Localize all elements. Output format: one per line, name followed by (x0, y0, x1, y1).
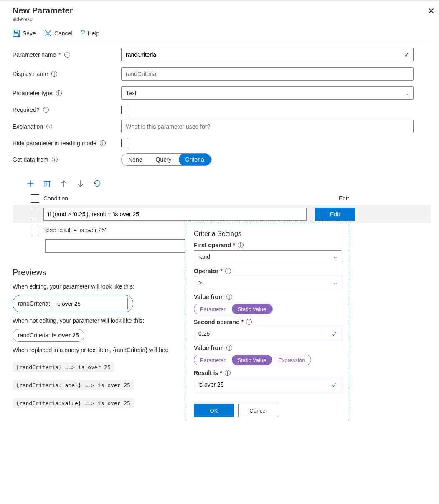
info-icon[interactable]: i (225, 268, 231, 274)
svg-rect-2 (14, 34, 18, 37)
info-icon[interactable]: i (226, 294, 232, 300)
required-checkbox[interactable] (121, 106, 129, 114)
second-operand-label: Second operand*i (194, 319, 341, 325)
preview-pill-static: randCriteria: is over 25 (13, 329, 84, 342)
cancel-label: Cancel (54, 30, 73, 37)
info-icon[interactable]: i (226, 345, 232, 351)
vf-expression[interactable]: Expression (272, 355, 311, 365)
hide-checkbox[interactable] (121, 139, 129, 147)
explanation-input[interactable] (121, 120, 414, 133)
vf-parameter-2[interactable]: Parameter (194, 355, 231, 365)
static-value: is over 25 (52, 332, 79, 339)
seg-query[interactable]: Query (149, 154, 178, 165)
info-icon[interactable]: i (46, 124, 52, 129)
second-operand-input[interactable] (194, 327, 341, 340)
info-icon[interactable]: i (56, 90, 62, 96)
get-data-label: Get data fromi (13, 156, 121, 163)
info-icon[interactable]: i (64, 52, 70, 58)
info-icon[interactable]: i (43, 107, 49, 113)
ok-button[interactable]: OK (194, 404, 234, 417)
save-icon (13, 30, 20, 37)
mono-line-1: {randCriteria} ==> is over 25 (13, 362, 114, 372)
hide-label: Hide parameter in reading modei (13, 140, 121, 147)
mono-line-2: {randCriteria:label} ==> is over 25 (13, 380, 134, 390)
value-from-label-2: Value fromi (194, 344, 341, 351)
page-title: New Parameter (13, 6, 431, 15)
chevron-down-icon: ⌵ (406, 90, 409, 96)
param-type-select[interactable]: Text ⌵ (121, 86, 414, 100)
info-icon[interactable]: i (51, 71, 57, 77)
help-button[interactable]: ? Help (81, 29, 100, 38)
popup-title: Criteria Settings (194, 230, 341, 238)
pill-label: randCriteria: (18, 300, 50, 307)
cancel-button[interactable]: Cancel (44, 29, 73, 38)
info-icon[interactable]: i (100, 140, 106, 146)
move-up-icon[interactable] (60, 180, 68, 187)
col-condition-header: Condition (43, 195, 339, 202)
condition-input[interactable] (43, 208, 307, 221)
info-icon[interactable]: i (246, 319, 252, 325)
preview-pill-editing: randCriteria: (13, 295, 133, 312)
value-from-label-1: Value fromi (194, 294, 341, 300)
seg-criteria[interactable]: Criteria (179, 154, 211, 165)
pill-input[interactable] (53, 298, 128, 309)
close-icon[interactable]: ✕ (428, 6, 435, 16)
check-icon: ✓ (332, 330, 337, 338)
first-operand-select[interactable]: rand⌵ (194, 250, 341, 263)
get-data-segmented: None Query Criteria (121, 153, 212, 166)
add-icon[interactable] (27, 180, 34, 187)
param-name-input[interactable] (121, 48, 414, 61)
vf-parameter[interactable]: Parameter (194, 304, 231, 314)
param-type-label: Parameter typei (13, 90, 121, 96)
svg-rect-1 (15, 30, 18, 33)
display-name-label: Display namei (13, 71, 121, 77)
check-icon: ✓ (404, 51, 409, 59)
move-down-icon[interactable] (77, 180, 84, 187)
cancel-popup-button[interactable]: Cancel (238, 404, 278, 417)
criteria-row-1: Edit (13, 205, 431, 223)
param-name-label: Parameter name*i (13, 51, 121, 58)
cancel-icon (44, 30, 52, 37)
result-input[interactable] (194, 378, 341, 391)
help-label: Help (88, 30, 100, 37)
save-button[interactable]: Save (13, 29, 36, 38)
info-icon[interactable]: i (225, 370, 231, 376)
svg-rect-7 (45, 181, 49, 187)
value-from-segmented-1: Parameter Static Value (194, 304, 273, 314)
row-checkbox[interactable] (31, 226, 39, 234)
vf-static-2[interactable]: Static Value (232, 355, 272, 365)
criteria-settings-popup: Criteria Settings First operand*i rand⌵ … (185, 223, 350, 420)
static-label: randCriteria: (18, 332, 50, 339)
operator-select[interactable]: >⌵ (194, 276, 341, 289)
first-operand-label: First operand*i (194, 242, 341, 248)
edit-button[interactable]: Edit (315, 208, 355, 221)
delete-icon[interactable] (43, 180, 51, 187)
operator-label: Operator*i (194, 268, 341, 274)
mono-line-3: {randCriteria:value} ==> is over 25 (13, 398, 134, 408)
empty-condition-input[interactable] (45, 239, 187, 253)
chevron-down-icon: ⌵ (334, 280, 337, 286)
seg-none[interactable]: None (122, 154, 149, 165)
refresh-icon[interactable] (94, 180, 101, 187)
required-label: Required?i (13, 106, 121, 113)
select-all-checkbox[interactable] (31, 194, 39, 203)
vf-static[interactable]: Static Value (232, 304, 272, 314)
info-icon[interactable]: i (52, 157, 58, 162)
value-from-segmented-2: Parameter Static Value Expression (194, 355, 311, 365)
info-icon[interactable]: i (238, 242, 244, 248)
row-checkbox[interactable] (31, 210, 39, 218)
help-icon: ? (81, 29, 85, 38)
col-edit-header: Edit (339, 195, 431, 202)
result-label: Result is*i (194, 370, 341, 376)
display-name-input[interactable] (121, 67, 414, 81)
chevron-down-icon: ⌵ (334, 254, 337, 260)
explanation-label: Explanationi (13, 123, 121, 130)
page-subtitle: aidevexp (13, 16, 431, 22)
check-icon: ✓ (332, 381, 337, 389)
save-label: Save (23, 30, 36, 37)
